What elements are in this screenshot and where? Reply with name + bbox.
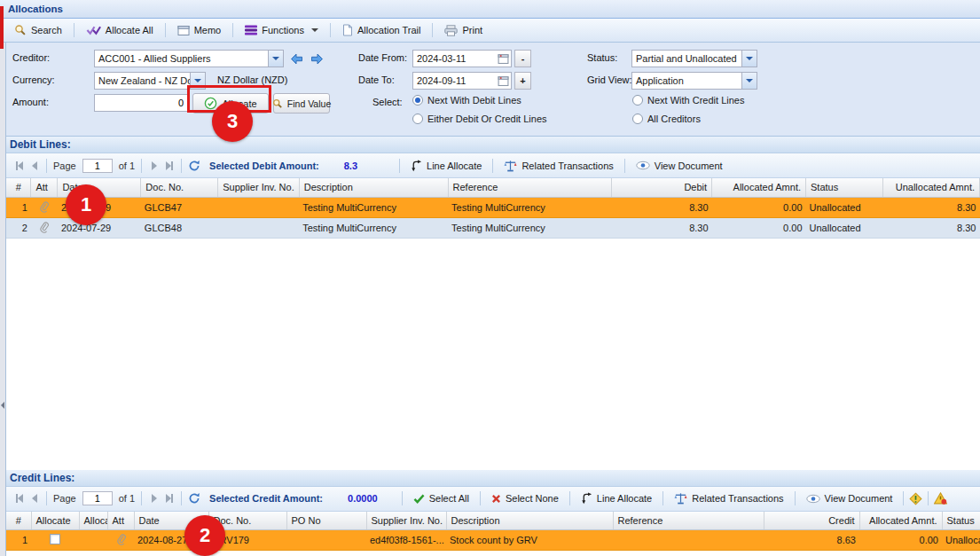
select-all-icon <box>413 494 425 504</box>
print-button[interactable]: Print <box>437 22 490 39</box>
column-header-allocat[interactable]: Allocat <box>79 512 107 530</box>
radio-next-with-debit-lines[interactable]: Next With Debit Lines <box>412 95 521 106</box>
annotation-step-3: 3 <box>212 101 253 142</box>
prev-page-icon <box>32 494 37 503</box>
unallocated-amnt-cell: 8.30 <box>882 197 979 217</box>
last-page-button[interactable] <box>161 491 176 506</box>
debit-grid-toolbar: Page of 1 Selected Debit Amount: 8.3 Lin… <box>6 153 980 178</box>
attachment-cell[interactable] <box>107 530 134 551</box>
debit-page-input[interactable] <box>82 159 113 173</box>
search-button[interactable]: Search <box>7 21 69 39</box>
page-of-label: of 1 <box>119 493 135 504</box>
column-header-description[interactable]: Description <box>299 178 448 197</box>
grid-view-combo[interactable]: Application <box>631 72 757 90</box>
column-header-allocate[interactable]: Allocate <box>31 512 79 530</box>
column-header-num[interactable]: # <box>6 512 31 530</box>
credit-related-transactions-button[interactable]: Related Transactions <box>668 490 789 506</box>
date-to-increment-button[interactable]: + <box>514 72 531 90</box>
memo-button[interactable]: Memo <box>170 22 229 39</box>
credit-line-allocate-button[interactable]: Line Allocate <box>575 490 658 506</box>
select-none-label: Select None <box>506 493 559 504</box>
debit-lines-header: Debit Lines: <box>6 137 980 153</box>
toolbar-separator <box>480 491 481 505</box>
status-combo[interactable]: Partial and Unallocated <box>631 50 757 67</box>
toolbar-separator <box>624 159 625 173</box>
row-number: 2 <box>6 217 31 238</box>
column-header-supplier-inv-no[interactable]: Supplier Inv. No. <box>366 512 446 530</box>
radio-next-with-credit-lines[interactable]: Next With Credit Lines <box>632 95 744 106</box>
column-header-supplier-inv-no[interactable]: Supplier Inv. No. <box>218 178 300 197</box>
prev-page-button[interactable] <box>27 158 42 173</box>
refresh-button[interactable] <box>186 158 201 173</box>
refresh-button[interactable] <box>186 491 201 506</box>
column-header-status[interactable]: Status <box>942 512 980 530</box>
allocate-checkbox-cell[interactable] <box>31 530 79 551</box>
previous-creditor-button[interactable] <box>288 51 304 67</box>
column-header-description[interactable]: Description <box>446 512 613 530</box>
debit-row-2[interactable]: 2 2024-07-29 GLCB48 Testing MultiCurrenc… <box>6 217 980 238</box>
debit-line-allocate-button[interactable]: Line Allocate <box>404 158 488 174</box>
column-header-allocated-amnt[interactable]: Allocated Amnt. <box>859 512 942 530</box>
column-header-reference[interactable]: Reference <box>613 512 764 530</box>
next-creditor-button[interactable] <box>309 51 325 67</box>
date-from-decrement-button[interactable]: - <box>514 50 531 67</box>
first-page-button[interactable] <box>12 158 27 173</box>
amount-input[interactable] <box>94 94 188 112</box>
column-header-credit[interactable]: Credit <box>764 512 859 530</box>
column-header-debit[interactable]: Debit <box>612 178 712 197</box>
select-none-button[interactable]: Select None <box>485 491 565 505</box>
creditor-combo[interactable]: ACC001 - Allied Suppliers <box>94 50 284 67</box>
next-page-icon <box>152 161 157 170</box>
radio-either-debit-or-credit-lines[interactable]: Either Debit Or Credit Lines <box>412 114 547 124</box>
credit-page-input[interactable] <box>82 491 113 505</box>
last-page-button[interactable] <box>161 158 176 173</box>
search-icon <box>272 98 283 109</box>
credit-row-1[interactable]: 1 2024-08-27 GRV179 ed4f03f8-1561-... St… <box>6 530 980 551</box>
reference-cell <box>613 530 764 551</box>
status-dropdown-button[interactable] <box>741 51 757 67</box>
date-from-field[interactable]: 2024-03-11 <box>412 50 512 67</box>
column-header-doc-no[interactable]: Doc. No. <box>141 178 218 197</box>
first-page-button[interactable] <box>12 491 27 506</box>
grid-view-dropdown-button[interactable] <box>741 73 757 89</box>
debit-related-transactions-button[interactable]: Related Transactions <box>498 158 619 174</box>
bottom-strip <box>6 551 980 556</box>
allocation-trail-button[interactable]: Allocation Trail <box>335 21 428 39</box>
column-header-unallocated-amnt[interactable]: Unallocated Amnt. <box>882 178 979 197</box>
attachment-cell[interactable] <box>31 217 58 238</box>
description-cell: Testing MultiCurrency <box>299 217 448 238</box>
next-page-button[interactable] <box>146 158 161 173</box>
left-panel-splitter[interactable] <box>0 43 6 556</box>
functions-button[interactable]: Functions <box>238 22 325 38</box>
attachment-cell[interactable] <box>31 197 58 217</box>
column-header-num[interactable]: # <box>6 178 31 197</box>
column-header-reference[interactable]: Reference <box>448 178 612 197</box>
column-header-allocated-amnt[interactable]: Allocated Amnt. <box>712 178 806 197</box>
debit-view-document-button[interactable]: View Document <box>630 159 729 173</box>
column-header-status[interactable]: Status <box>806 178 883 197</box>
prev-page-button[interactable] <box>27 491 42 506</box>
column-header-po-no[interactable]: PO No <box>286 512 366 530</box>
find-value-button[interactable]: Find Value <box>273 93 330 114</box>
next-page-button[interactable] <box>146 491 161 506</box>
toolbar-separator <box>46 159 47 173</box>
related-transactions-icon <box>504 160 517 172</box>
credit-view-document-button[interactable]: View Document <box>800 491 899 505</box>
radio-all-creditors[interactable]: All Creditors <box>632 114 701 124</box>
radio-icon <box>412 114 423 124</box>
debit-row-1[interactable]: 1 2024-07-29 GLCB47 Testing MultiCurrenc… <box>6 197 980 217</box>
column-header-att[interactable]: Att <box>31 178 58 197</box>
column-header-att[interactable]: Att <box>107 512 134 530</box>
date-to-field[interactable]: 2024-09-11 <box>412 72 512 90</box>
allocate-all-button[interactable]: Allocate All <box>79 22 161 38</box>
select-all-button[interactable]: Select All <box>407 491 475 505</box>
creditor-dropdown-button[interactable] <box>268 51 283 67</box>
toolbar-separator <box>432 23 433 37</box>
allocate-checkbox[interactable] <box>50 534 60 544</box>
toolbar-separator <box>330 23 331 37</box>
warning-diamond-button[interactable] <box>908 491 923 506</box>
toolbar-separator <box>141 491 142 505</box>
warning-triangle-button[interactable] <box>933 491 948 506</box>
filter-panel: Creditor: ACC001 - Allied Suppliers Curr… <box>6 43 980 137</box>
calendar-icon <box>498 53 509 65</box>
